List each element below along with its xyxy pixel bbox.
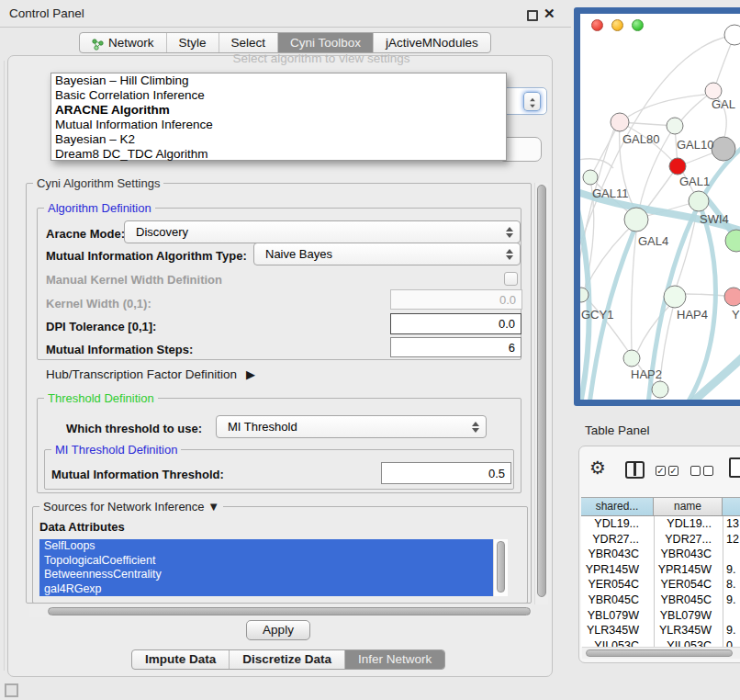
tab-cyni-toolbox[interactable]: Cyni Toolbox bbox=[278, 33, 374, 52]
data-attribute-item[interactable]: BetweennessCentrality bbox=[39, 568, 493, 582]
aracne-mode-select[interactable]: Discovery bbox=[124, 220, 521, 243]
table-cell: YBL079W bbox=[654, 608, 723, 624]
node-label: HAP4 bbox=[677, 308, 708, 322]
scrollbar-thumb[interactable] bbox=[497, 541, 505, 593]
table-row[interactable]: YLR345WYLR345W9. bbox=[581, 623, 740, 638]
network-node[interactable] bbox=[611, 113, 629, 131]
network-node[interactable] bbox=[583, 170, 598, 185]
algorithm-option[interactable]: ARACNE Algorithm bbox=[51, 103, 506, 118]
algorithm-combo-placeholder[interactable]: Select algorithm to view settings bbox=[110, 51, 533, 65]
new-table-icon[interactable] bbox=[729, 457, 740, 478]
scrollbar-thumb[interactable] bbox=[48, 607, 531, 615]
table-row[interactable]: YBR045CYBR045C9. bbox=[581, 593, 740, 608]
table-row[interactable]: YBL079WYBL079W bbox=[581, 608, 740, 624]
threshold-definition-title: Threshold Definition bbox=[44, 391, 158, 405]
network-node[interactable] bbox=[664, 286, 686, 308]
kernel-width-label: Kernel Width (0,1): bbox=[46, 297, 151, 310]
table-row[interactable]: YPR145WYPR145W9. bbox=[581, 562, 740, 578]
scrollbar-thumb[interactable] bbox=[537, 185, 546, 597]
apply-button[interactable]: Apply bbox=[246, 620, 310, 640]
columns-icon[interactable] bbox=[625, 461, 645, 479]
select-all-icon[interactable]: ✓ bbox=[656, 466, 666, 476]
data-attribute-item[interactable]: gal4RGexp bbox=[39, 582, 493, 596]
bottom-tab-infer-network[interactable]: Infer Network bbox=[345, 650, 444, 669]
table-body: YDL19...YDL19...13YDR27...YDR27...12YBR0… bbox=[581, 516, 740, 647]
sources-group-title[interactable]: Sources for Network Inference ▼ bbox=[39, 500, 223, 514]
algorithm-option[interactable]: Basic Correlation Inference bbox=[51, 88, 506, 103]
window-minimize-icon[interactable] bbox=[611, 19, 623, 31]
table-cell: 8. bbox=[723, 577, 740, 593]
column-header[interactable] bbox=[723, 498, 740, 515]
network-node[interactable] bbox=[652, 381, 668, 398]
column-header[interactable]: shared... bbox=[581, 498, 654, 515]
network-node[interactable] bbox=[725, 230, 740, 252]
algorithm-option[interactable]: Bayesian – K2 bbox=[51, 132, 506, 147]
which-threshold-select[interactable]: MI Threshold bbox=[216, 415, 487, 438]
tab-jactivemnodules[interactable]: jActiveMNodules bbox=[374, 33, 490, 52]
close-icon[interactable]: ✕ bbox=[544, 6, 555, 22]
network-node[interactable] bbox=[724, 288, 740, 306]
mi-threshold-group-title: MI Threshold Definition bbox=[51, 443, 181, 457]
table-row[interactable]: YIL053CYIL053C0. bbox=[581, 638, 740, 647]
table-cell: YBR043C bbox=[654, 547, 723, 562]
select-all-icon[interactable]: ✓ bbox=[668, 466, 678, 476]
gear-icon[interactable]: ⚙ bbox=[589, 457, 606, 479]
minimized-panel-icon[interactable] bbox=[5, 683, 18, 697]
network-edge bbox=[632, 231, 636, 350]
dpi-tolerance-label: DPI Tolerance [0,1]: bbox=[46, 320, 156, 333]
data-attributes-scrollbar[interactable] bbox=[493, 539, 508, 596]
network-node[interactable] bbox=[712, 137, 735, 161]
table-cell: YLR345W bbox=[581, 623, 654, 638]
column-header[interactable]: name bbox=[654, 498, 723, 515]
mi-algorithm-type-select[interactable]: Naive Bayes bbox=[253, 243, 521, 265]
network-node[interactable] bbox=[623, 350, 640, 367]
table-cell bbox=[723, 547, 740, 562]
window-close-icon[interactable] bbox=[591, 19, 603, 31]
table-row[interactable]: YBR043CYBR043C bbox=[581, 547, 740, 562]
hub-definition-toggle[interactable]: Hub/Transcription Factor Definition▶ bbox=[46, 367, 255, 381]
bottom-tab-impute-data[interactable]: Impute Data bbox=[132, 650, 230, 669]
network-node[interactable] bbox=[669, 158, 686, 175]
mi-steps-field[interactable] bbox=[390, 337, 521, 357]
table-row[interactable]: YER054CYER054C8. bbox=[581, 577, 740, 593]
network-node[interactable] bbox=[624, 208, 648, 231]
network-canvas[interactable]: GAL80GAL10GAL11GAL1SWI4GAL4GCY1HAP4YHAP2… bbox=[580, 14, 740, 400]
node-label: GCY1 bbox=[581, 308, 613, 322]
tab-select[interactable]: Select bbox=[219, 33, 279, 52]
panel-left-divider bbox=[4, 61, 5, 671]
network-edge bbox=[580, 159, 613, 168]
window-zoom-icon[interactable] bbox=[632, 19, 644, 31]
scrollbar-thumb[interactable] bbox=[586, 649, 733, 657]
deselect-all-icon[interactable] bbox=[690, 466, 701, 476]
data-attribute-item[interactable]: SelfLoops bbox=[39, 539, 493, 554]
combo-stepper-icon[interactable] bbox=[523, 92, 541, 111]
bottom-tab-discretize-data[interactable]: Discretize Data bbox=[230, 650, 345, 669]
data-attribute-item[interactable]: TopologicalCoefficient bbox=[39, 554, 493, 569]
algorithm-option[interactable]: Mutual Information Inference bbox=[51, 118, 506, 132]
cyni-settings-title: Cyni Algorithm Settings bbox=[33, 176, 163, 190]
node-label: SWI4 bbox=[700, 212, 729, 226]
table-row[interactable]: YDR27...YDR27...12 bbox=[581, 532, 740, 548]
table-cell: 0. bbox=[723, 638, 740, 647]
network-node[interactable] bbox=[667, 118, 683, 134]
node-label: GAL10 bbox=[677, 138, 713, 152]
tab-style[interactable]: Style bbox=[167, 33, 219, 52]
manual-kernel-checkbox[interactable] bbox=[504, 272, 518, 286]
dpi-tolerance-field[interactable] bbox=[390, 313, 521, 334]
table-row[interactable]: YDL19...YDL19...13 bbox=[581, 516, 740, 532]
tab-network[interactable]: Network bbox=[80, 33, 167, 52]
table-cell: 12 bbox=[723, 532, 740, 548]
algorithm-option[interactable]: Bayesian – Hill Climbing bbox=[51, 73, 506, 88]
float-window-icon[interactable] bbox=[527, 10, 538, 21]
network-node[interactable] bbox=[724, 25, 740, 45]
kernel-width-field[interactable] bbox=[390, 289, 522, 310]
deselect-all-icon[interactable] bbox=[703, 466, 713, 476]
table-horizontal-scrollbar[interactable] bbox=[582, 647, 740, 659]
table-cell: YIL053C bbox=[654, 638, 723, 647]
table-cell bbox=[723, 608, 740, 624]
network-view-window[interactable]: GAL80GAL10GAL11GAL1SWI4GAL4GCY1HAP4YHAP2… bbox=[574, 7, 740, 406]
mi-threshold-label: Mutual Information Threshold: bbox=[51, 468, 224, 481]
algorithm-option[interactable]: Dream8 DC_TDC Algorithm bbox=[51, 147, 506, 162]
mi-threshold-field[interactable] bbox=[381, 462, 511, 484]
network-node[interactable] bbox=[689, 191, 709, 211]
